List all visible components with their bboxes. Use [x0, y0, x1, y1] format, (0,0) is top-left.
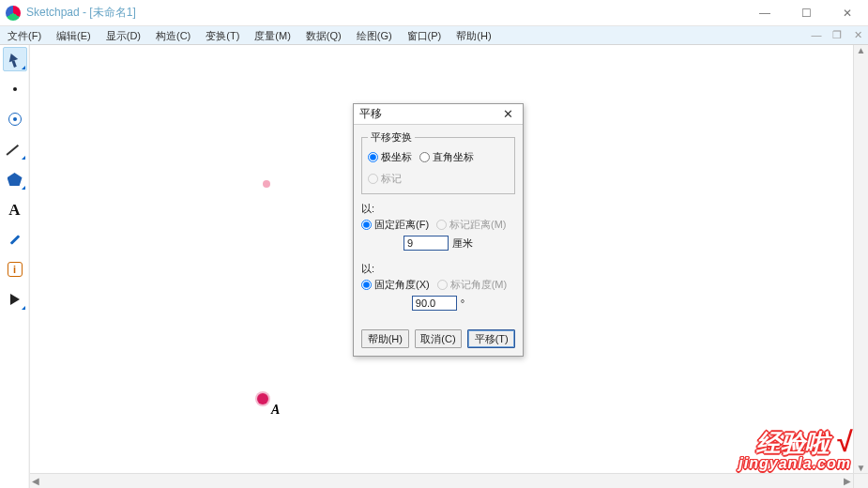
point-a[interactable] — [259, 395, 266, 403]
text-icon: A — [8, 202, 20, 218]
point-a-label[interactable]: A — [271, 403, 280, 418]
dialog-button-row: 帮助(H) 取消(C) 平移(T) — [354, 326, 523, 356]
by-label-distance: 以: — [361, 202, 515, 216]
dropdown-indicator-icon — [22, 66, 25, 69]
mdi-restore-button[interactable]: ❐ — [827, 29, 847, 41]
tool-text[interactable]: A — [3, 197, 27, 221]
watermark: 经验啦 √ jingyanla.com — [739, 428, 851, 471]
radio-marked-angle-label: 标记角度(M) — [450, 278, 508, 292]
radio-marked-distance-label: 标记距离(M) — [449, 218, 507, 232]
radio-fixed-distance[interactable]: 固定距离(F) — [361, 218, 429, 232]
tool-custom[interactable] — [3, 287, 27, 312]
radio-marked-distance: 标记距离(M) — [436, 218, 507, 232]
menu-transform[interactable]: 变换(T) — [198, 26, 247, 45]
menu-help[interactable]: 帮助(H) — [449, 26, 498, 45]
mdi-close-button[interactable]: ✕ — [847, 29, 868, 41]
distance-input[interactable]: 9 — [404, 236, 449, 251]
angle-unit — [461, 297, 464, 309]
window-controls: — ☐ ✕ — [744, 0, 868, 26]
distance-group: 固定距离(F) 标记距离(M) 9 厘米 — [361, 218, 515, 256]
menu-display[interactable]: 显示(D) — [99, 26, 148, 45]
angle-group: 固定角度(X) 标记角度(M) 90.0 — [361, 278, 515, 316]
dialog-title: 平移 — [359, 106, 382, 122]
menu-data[interactable]: 数据(Q) — [298, 26, 349, 45]
dropdown-indicator-icon — [22, 156, 25, 160]
watermark-check-icon: √ — [836, 426, 851, 457]
tool-marker[interactable] — [3, 227, 27, 252]
menu-file[interactable]: 文件(F) — [0, 26, 49, 45]
translate-button[interactable]: 平移(T) — [467, 329, 515, 348]
tool-compass[interactable] — [3, 107, 27, 131]
radio-polar-label: 极坐标 — [381, 150, 412, 164]
window-title: Sketchpad - [未命名1] — [26, 5, 136, 21]
radio-polar[interactable]: 极坐标 — [368, 150, 412, 164]
radio-fixed-distance-input[interactable] — [361, 220, 372, 230]
by-label-angle: 以: — [361, 262, 515, 276]
tool-toolbar: A i — [0, 45, 30, 488]
mdi-minimize-button[interactable]: — — [806, 29, 827, 41]
scroll-corner — [853, 473, 868, 488]
maximize-button[interactable]: ☐ — [785, 0, 827, 26]
titlebar: Sketchpad - [未命名1] — ☐ ✕ — [0, 0, 868, 26]
distance-unit: 厘米 — [452, 236, 473, 251]
compass-icon — [8, 113, 22, 126]
menu-draw[interactable]: 绘图(G) — [349, 26, 400, 45]
translated-preview-point[interactable] — [263, 180, 270, 188]
minimize-button[interactable]: — — [744, 0, 785, 26]
watermark-url: jingyanla.com — [739, 456, 851, 471]
watermark-text: 经验啦 — [756, 429, 830, 457]
workspace: A i A 经验啦 √ jingyanla.com ▲▼ ◀▶ — [0, 45, 868, 488]
radio-marked-distance-input — [436, 220, 447, 230]
cancel-button[interactable]: 取消(C) — [415, 329, 463, 348]
menu-edit[interactable]: 编辑(E) — [49, 26, 99, 45]
translate-dialog: 平移 ✕ 平移变换 极坐标 直角坐标 标记 — [353, 103, 524, 357]
dialog-body: 平移变换 极坐标 直角坐标 标记 以: — [354, 125, 523, 326]
radio-marked-angle-input — [437, 280, 448, 290]
tool-point[interactable] — [3, 77, 27, 101]
polygon-icon — [8, 173, 23, 186]
close-button[interactable]: ✕ — [827, 0, 868, 26]
point-icon — [13, 87, 17, 91]
dropdown-indicator-icon — [22, 186, 25, 190]
radio-fixed-distance-label: 固定距离(F) — [374, 218, 429, 232]
radio-marked: 标记 — [368, 172, 402, 186]
marker-icon — [8, 232, 23, 247]
translation-vector-group: 平移变换 极坐标 直角坐标 标记 — [361, 130, 515, 194]
menu-measure[interactable]: 度量(M) — [247, 26, 298, 45]
radio-polar-input[interactable] — [368, 152, 378, 162]
radio-fixed-angle-input[interactable] — [361, 280, 372, 290]
angle-input[interactable]: 90.0 — [412, 296, 457, 311]
translation-vector-legend: 平移变换 — [368, 130, 415, 145]
dropdown-indicator-icon — [22, 306, 25, 310]
vertical-scrollbar[interactable]: ▲▼ — [853, 45, 868, 473]
radio-rect-input[interactable] — [419, 152, 430, 162]
radio-marked-label: 标记 — [381, 172, 402, 186]
app-icon — [6, 6, 21, 21]
radio-fixed-angle[interactable]: 固定角度(X) — [361, 278, 430, 292]
radio-marked-angle: 标记角度(M) — [437, 278, 508, 292]
radio-fixed-angle-label: 固定角度(X) — [374, 278, 430, 292]
menubar: 文件(F) 编辑(E) 显示(D) 构造(C) 变换(T) 度量(M) 数据(Q… — [0, 26, 868, 45]
info-icon: i — [8, 262, 23, 277]
menu-construct[interactable]: 构造(C) — [148, 26, 198, 45]
dialog-titlebar[interactable]: 平移 ✕ — [354, 104, 523, 125]
radio-marked-input — [368, 174, 378, 184]
custom-tool-icon — [10, 294, 20, 305]
radio-rect-label: 直角坐标 — [433, 150, 474, 164]
mdi-controls: — ❐ ✕ — [806, 29, 868, 41]
help-button[interactable]: 帮助(H) — [361, 329, 409, 348]
menu-window[interactable]: 窗口(P) — [400, 26, 449, 45]
horizontal-scrollbar[interactable]: ◀▶ — [30, 473, 853, 488]
tool-info[interactable]: i — [3, 257, 27, 282]
tool-polygon[interactable] — [3, 167, 27, 191]
tool-line[interactable] — [3, 137, 27, 161]
radio-rect[interactable]: 直角坐标 — [419, 150, 474, 164]
tool-selection-arrow[interactable] — [3, 47, 27, 71]
dialog-close-button[interactable]: ✕ — [499, 107, 517, 121]
